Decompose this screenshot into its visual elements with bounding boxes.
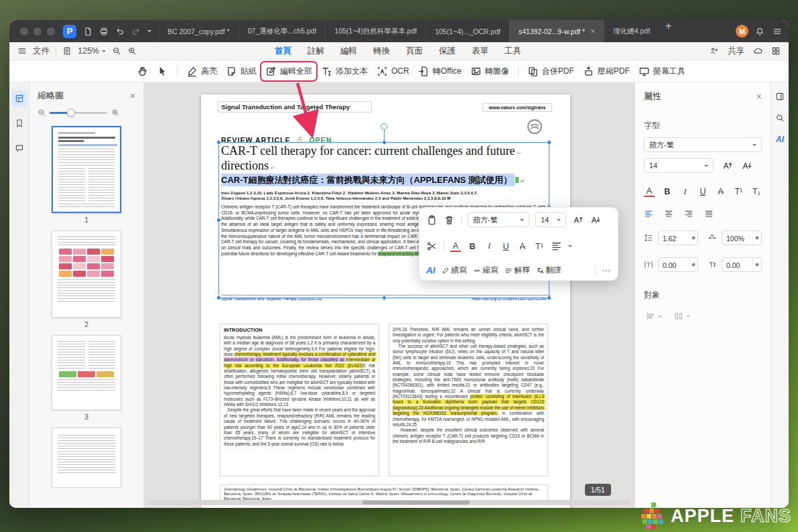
ribbon-tab-annotate[interactable]: 註解 xyxy=(304,44,328,58)
sidebar-toggle-icon[interactable] xyxy=(17,46,27,56)
increase-font-icon[interactable] xyxy=(572,214,584,226)
close-window-button[interactable] xyxy=(20,27,28,36)
align-center-button[interactable] xyxy=(664,209,673,218)
search-icon[interactable] xyxy=(775,113,785,123)
document-tab[interactable]: 07_選修化學...ch5.pdf xyxy=(239,20,326,42)
delete-icon[interactable] xyxy=(444,214,455,226)
document-tab-active[interactable]: s41392-02...9-w.pdf * × xyxy=(509,20,604,42)
zoom-out-icon[interactable] xyxy=(112,46,121,56)
underline-button[interactable]: U xyxy=(697,187,708,196)
character-spacing-stepper[interactable]: 0.00 xyxy=(658,257,698,272)
strikethrough-button[interactable]: A xyxy=(517,242,528,251)
bookmarks-panel-button[interactable] xyxy=(11,115,27,131)
properties-panel-icon[interactable] xyxy=(775,92,785,101)
screen-tools-button[interactable]: 螢幕工具 xyxy=(639,66,685,77)
superscript-button[interactable]: T¹ xyxy=(733,187,744,196)
rotate-handle[interactable] xyxy=(381,123,387,130)
document-tab[interactable]: 105(1~4)..._OCR.pdf xyxy=(425,20,509,42)
highlight-tool-button[interactable]: 高亮 xyxy=(186,66,217,77)
ribbon-tab-edit[interactable]: 編輯 xyxy=(336,44,361,58)
decrease-font-icon[interactable] xyxy=(590,214,601,226)
print-icon[interactable] xyxy=(99,27,109,36)
app-menu-icon[interactable] xyxy=(773,27,782,36)
horizontal-scale-stepper[interactable]: 100% xyxy=(722,230,762,245)
slider-track[interactable] xyxy=(50,112,107,114)
thumbnail-zoom-slider[interactable] xyxy=(29,103,143,119)
document-tab[interactable]: 理化總4.pdf xyxy=(604,20,659,42)
authors-block[interactable]: Inés Zugasti 1,2,3,10, Lady Espinosa-Aro… xyxy=(221,190,551,201)
baseline-shift-stepper[interactable]: 0.00 xyxy=(722,257,762,272)
bold-button[interactable]: B xyxy=(467,242,478,251)
close-tab-icon[interactable]: × xyxy=(590,27,595,36)
minimize-window-button[interactable] xyxy=(34,27,42,36)
selection-handle[interactable] xyxy=(216,140,221,145)
page-thumbnail-2[interactable] xyxy=(52,230,121,318)
horizontal-scrollbar[interactable] xyxy=(148,500,630,505)
merge-pdf-button[interactable]: 合併PDF xyxy=(527,66,574,77)
zoom-in-icon[interactable] xyxy=(111,109,119,117)
thumbnails-panel-button[interactable] xyxy=(11,90,27,107)
scrollbar-thumb[interactable] xyxy=(362,501,470,505)
convert-office-button[interactable]: 轉Office xyxy=(418,66,462,77)
ribbon-tab-convert[interactable]: 轉換 xyxy=(369,44,394,58)
popup-font-select[interactable]: 蘋方-繁 xyxy=(468,212,529,227)
article-title-line1[interactable]: CAR-T cell therapy for cancer: current c… xyxy=(221,144,521,158)
popup-size-select[interactable]: 14 xyxy=(535,212,566,227)
ai-continue-writing-button[interactable]: 續寫 xyxy=(442,265,467,275)
more-actions-button[interactable]: ⋯ xyxy=(602,265,611,275)
zoom-window-button[interactable] xyxy=(47,27,55,36)
article-title-line2[interactable]: directions↵ xyxy=(221,159,275,173)
selection-handle[interactable] xyxy=(547,140,551,145)
add-text-button[interactable]: 添加文本 xyxy=(321,66,368,77)
sticker-tool-button[interactable]: 貼紙 xyxy=(226,66,257,77)
journal-url-textblock[interactable]: www.nature.com/sigtrans xyxy=(482,103,552,112)
chevron-down-icon[interactable] xyxy=(568,245,572,249)
window-controls[interactable] xyxy=(20,27,55,36)
pdf-page[interactable]: Signal Transduction and Targeted Therapy… xyxy=(201,94,570,508)
align-right-button[interactable] xyxy=(684,209,693,218)
font-color-button[interactable]: A xyxy=(450,241,461,252)
font-size-select[interactable]: 14 xyxy=(644,158,714,173)
notification-bell-icon[interactable] xyxy=(755,27,764,36)
cut-icon[interactable] xyxy=(426,241,438,252)
apps-grid-icon[interactable] xyxy=(771,46,781,56)
compress-pdf-button[interactable]: 壓縮PDF xyxy=(583,66,630,77)
zoom-out-icon[interactable] xyxy=(38,109,46,117)
slider-knob[interactable] xyxy=(67,109,75,117)
share-label[interactable]: 共享 xyxy=(728,46,744,57)
body-column-2[interactable]: 20%.18 Therefore, R/R AML remains an unm… xyxy=(389,324,548,476)
file-menu[interactable]: 文件 xyxy=(33,46,50,57)
close-panel-icon[interactable]: × xyxy=(756,91,762,102)
align-objects-button[interactable] xyxy=(644,310,664,322)
user-avatar[interactable]: M xyxy=(736,25,748,38)
subscript-button[interactable]: T₁ xyxy=(751,187,762,196)
page-thumbnail-1[interactable] xyxy=(52,126,121,213)
hand-tool-button[interactable] xyxy=(137,66,148,77)
align-menu-icon[interactable] xyxy=(551,241,562,252)
page-fit-icon[interactable] xyxy=(62,46,72,56)
selected-subtitle-text[interactable]: CAR-T細胞療法對抗癌症：當前挑戰與未來方向（APPLEFANS 測試使用）↵ xyxy=(221,174,525,186)
distribute-objects-button[interactable] xyxy=(672,310,692,322)
copy-icon[interactable] xyxy=(426,214,438,226)
redo-icon[interactable] xyxy=(131,27,141,36)
ribbon-tab-pages[interactable]: 頁面 xyxy=(402,44,427,58)
italic-button[interactable]: I xyxy=(484,241,494,251)
close-panel-icon[interactable]: × xyxy=(130,90,135,101)
superscript-button[interactable]: T¹ xyxy=(534,242,545,251)
new-tab-button[interactable]: + xyxy=(659,20,678,42)
ribbon-tab-forms[interactable]: 表單 xyxy=(468,44,492,58)
ai-explain-button[interactable]: 解釋 xyxy=(505,265,530,275)
document-canvas[interactable]: Signal Transduction and Targeted Therapy… xyxy=(144,82,635,508)
ocr-button[interactable]: OCR xyxy=(377,66,409,77)
selection-handle[interactable] xyxy=(216,295,221,300)
cloud-icon[interactable] xyxy=(753,46,762,56)
zoom-level-dropdown[interactable]: 125% xyxy=(78,46,106,56)
align-justify-button[interactable] xyxy=(704,209,714,218)
ai-assistant-button[interactable]: AI xyxy=(776,135,784,144)
select-tool-button[interactable] xyxy=(157,66,168,77)
ribbon-tab-home[interactable]: 首頁 xyxy=(271,44,295,58)
line-spacing-stepper[interactable]: 1.62 xyxy=(658,230,698,245)
font-family-select[interactable]: 蘋方-繁 xyxy=(644,137,762,152)
ribbon-tab-tools[interactable]: 工具 xyxy=(501,44,525,58)
ribbon-tab-protect[interactable]: 保護 xyxy=(435,44,460,58)
